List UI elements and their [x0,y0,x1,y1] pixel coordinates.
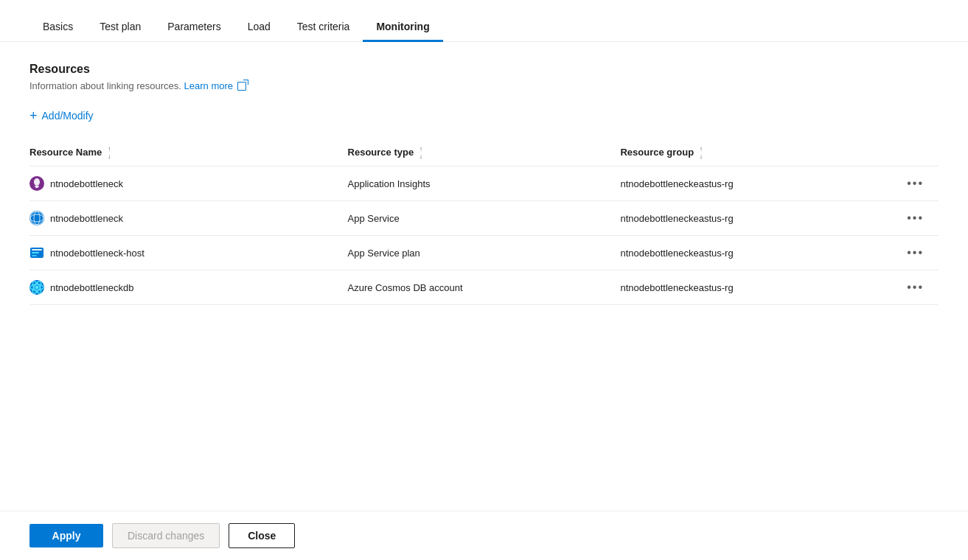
svg-rect-10 [32,252,39,253]
resource-name-text: ntnodebottleneckdb [50,282,133,293]
resource-type-cell-0: Application Insights [348,167,621,201]
resource-group-cell-0: ntnodebottleneckeastus-rg [620,167,893,201]
sort-icon-type[interactable]: ↑↓ [419,146,423,160]
resource-name-cell-0: ntnodebottleneck [29,167,348,201]
cosmos-db-icon [29,280,44,295]
learn-more-link[interactable]: Learn more [184,80,236,91]
close-button[interactable]: Close [229,523,295,548]
table-row: ntnodebottleneck App Service ntnodebottl… [29,201,939,236]
resource-name-cell-2: ntnodebottleneck-host [29,236,348,270]
section-title: Resources [29,63,939,76]
resource-name-cell-3: ntnodebottleneckdb [29,270,348,305]
row-actions-button-1[interactable]: ••• [901,209,930,228]
table-row: ntnodebottleneckdb Azure Cosmos DB accou… [29,270,939,305]
resource-actions-cell-1[interactable]: ••• [893,201,939,236]
svg-point-16 [35,286,39,290]
sort-icon-group[interactable]: ↑↓ [700,146,703,160]
apply-button[interactable]: Apply [29,524,103,547]
row-actions-button-0[interactable]: ••• [901,174,930,193]
external-link-icon [237,82,246,91]
tab-parameters[interactable]: Parameters [154,12,234,42]
table-row: ntnodebottleneck Application Insights nt… [29,167,939,201]
col-header-group: Resource group ↑↓ [620,140,893,167]
plus-icon: + [29,109,38,122]
tab-load[interactable]: Load [234,12,284,42]
resource-type-cell-3: Azure Cosmos DB account [348,270,621,305]
resource-group-cell-2: ntnodebottleneckeastus-rg [620,236,893,270]
tab-monitoring[interactable]: Monitoring [363,12,442,42]
row-actions-button-3[interactable]: ••• [901,278,930,297]
table-row: ntnodebottleneck-host App Service plan n… [29,236,939,270]
col-header-type: Resource type ↑↓ [348,140,621,167]
resource-name-cell-1: ntnodebottleneck [29,201,348,236]
svg-rect-11 [32,255,37,256]
add-modify-button[interactable]: + Add/Modify [29,106,94,125]
resource-name-text: ntnodebottleneck-host [50,248,144,259]
row-actions-button-2[interactable]: ••• [901,243,930,262]
tab-basics[interactable]: Basics [29,12,86,42]
svg-point-4 [29,211,44,225]
resource-name-text: ntnodebottleneck [50,213,123,224]
resource-type-cell-1: App Service [348,201,621,236]
col-header-name: Resource Name ↑↓ [29,140,348,167]
resource-type-cell-2: App Service plan [348,236,621,270]
app-service-plan-icon [29,245,44,260]
resource-group-cell-3: ntnodebottleneckeastus-rg [620,270,893,305]
resource-table: Resource Name ↑↓ Resource type ↑↓ Resour… [29,140,939,305]
svg-rect-9 [32,249,42,251]
resource-actions-cell-0[interactable]: ••• [893,167,939,201]
discard-changes-button[interactable]: Discard changes [112,523,220,548]
resource-actions-cell-2[interactable]: ••• [893,236,939,270]
svg-point-1 [34,178,40,186]
resource-group-cell-1: ntnodebottleneckeastus-rg [620,201,893,236]
sort-icon-name[interactable]: ↑↓ [108,146,111,160]
col-header-actions [893,140,939,167]
tabs-bar: Basics Test plan Parameters Load Test cr… [0,12,968,42]
main-content: Resources Information about linking reso… [0,42,968,560]
tab-test-plan[interactable]: Test plan [86,12,154,42]
svg-rect-3 [35,186,39,187]
resource-actions-cell-3[interactable]: ••• [893,270,939,305]
footer: Apply Discard changes Close [0,511,968,560]
section-description: Information about linking resources. Lea… [29,80,939,91]
tab-test-criteria[interactable]: Test criteria [284,12,363,42]
app-service-icon [29,211,44,225]
resource-name-text: ntnodebottleneck [50,178,123,189]
app-insights-icon [29,176,44,191]
